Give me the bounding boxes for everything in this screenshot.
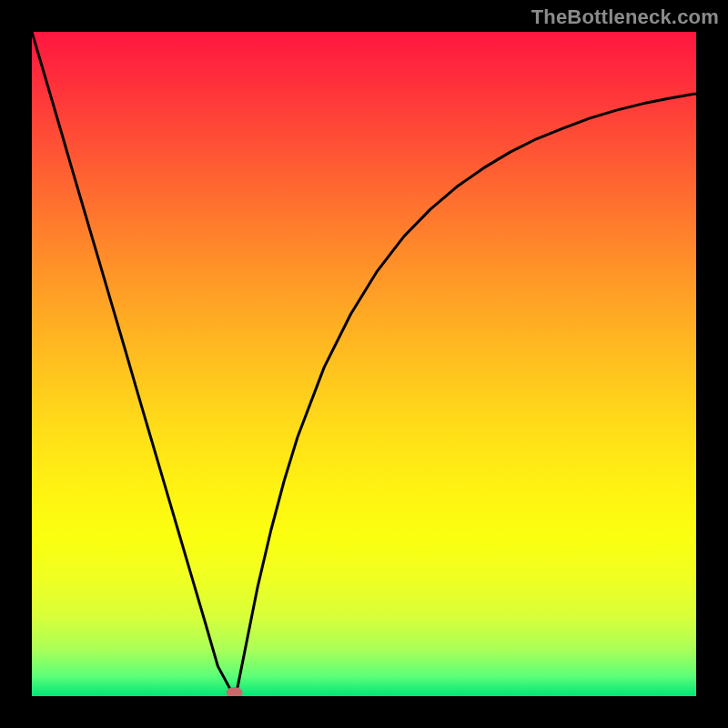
curve-svg xyxy=(32,32,696,696)
watermark-label: TheBottleneck.com xyxy=(531,5,719,29)
bottleneck-curve xyxy=(32,32,696,696)
chart-frame: TheBottleneck.com xyxy=(0,0,728,728)
plot-area xyxy=(32,32,696,696)
